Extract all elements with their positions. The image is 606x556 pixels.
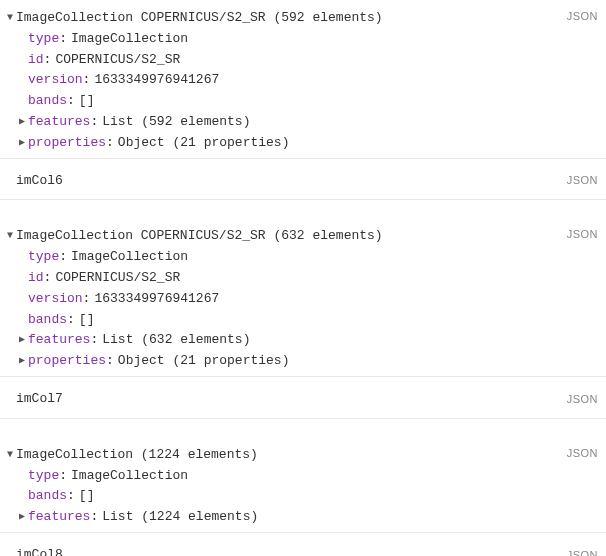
- property-key: bands: [28, 486, 67, 507]
- colon: :: [59, 29, 67, 50]
- spacer: [0, 419, 606, 437]
- property-row: bands:[]: [28, 91, 606, 112]
- colon: :: [83, 70, 91, 91]
- property-key: bands: [28, 91, 67, 112]
- property-row: version:1633349976941267: [28, 70, 606, 91]
- property-row[interactable]: ▶properties:Object (21 properties): [28, 133, 606, 154]
- variable-name: imCol6: [16, 171, 557, 192]
- colon: :: [90, 330, 98, 351]
- property-key: type: [28, 29, 59, 50]
- expand-right-icon[interactable]: ▶: [16, 112, 28, 131]
- json-link[interactable]: JSON: [557, 391, 598, 409]
- property-key: type: [28, 466, 59, 487]
- property-value: Object (21 properties): [118, 133, 290, 154]
- property-key: id: [28, 268, 44, 289]
- property-row: bands:[]: [28, 310, 606, 331]
- colon: :: [44, 50, 52, 71]
- property-value: []: [79, 486, 95, 507]
- expand-right-icon[interactable]: ▶: [16, 351, 28, 370]
- collection-title[interactable]: ImageCollection COPERNICUS/S2_SR (632 el…: [16, 228, 383, 243]
- property-row[interactable]: ▶features:List (632 elements): [28, 330, 606, 351]
- expand-right-icon[interactable]: ▶: [16, 133, 28, 152]
- colon: :: [106, 351, 114, 372]
- json-link[interactable]: JSON: [557, 8, 598, 26]
- json-link[interactable]: JSON: [557, 547, 598, 556]
- property-row[interactable]: ▶properties:Object (21 properties): [28, 351, 606, 372]
- property-row: type:ImageCollection: [28, 29, 606, 50]
- expand-right-icon[interactable]: ▶: [16, 507, 28, 526]
- colon: :: [83, 289, 91, 310]
- property-row: type:ImageCollection: [28, 247, 606, 268]
- property-value: []: [79, 310, 95, 331]
- colon: :: [67, 91, 75, 112]
- property-row: id:COPERNICUS/S2_SR: [28, 268, 606, 289]
- property-row: version:1633349976941267: [28, 289, 606, 310]
- property-value: List (1224 elements): [102, 507, 258, 528]
- property-row: type:ImageCollection: [28, 466, 606, 487]
- property-value: []: [79, 91, 95, 112]
- property-value: List (632 elements): [102, 330, 250, 351]
- property-value: ImageCollection: [71, 466, 188, 487]
- property-value: ImageCollection: [71, 247, 188, 268]
- collection-title[interactable]: ImageCollection COPERNICUS/S2_SR (592 el…: [16, 10, 383, 25]
- colon: :: [90, 112, 98, 133]
- colon: :: [44, 268, 52, 289]
- property-row[interactable]: ▶features:List (592 elements): [28, 112, 606, 133]
- property-key: properties: [28, 133, 106, 154]
- expand-toggle-icon[interactable]: ▼: [4, 226, 16, 245]
- colon: :: [59, 466, 67, 487]
- spacer: [0, 200, 606, 218]
- expand-right-icon[interactable]: ▶: [16, 330, 28, 349]
- property-value: List (592 elements): [102, 112, 250, 133]
- property-key: id: [28, 50, 44, 71]
- property-value: 1633349976941267: [94, 70, 219, 91]
- property-value: COPERNICUS/S2_SR: [55, 268, 180, 289]
- variable-name: imCol8: [16, 545, 557, 556]
- colon: :: [90, 507, 98, 528]
- variable-name: imCol7: [16, 389, 557, 410]
- property-value: Object (21 properties): [118, 351, 290, 372]
- collection-title[interactable]: ImageCollection (1224 elements): [16, 447, 258, 462]
- property-value: 1633349976941267: [94, 289, 219, 310]
- property-value: ImageCollection: [71, 29, 188, 50]
- property-row: bands:[]: [28, 486, 606, 507]
- property-key: features: [28, 507, 90, 528]
- colon: :: [59, 247, 67, 268]
- property-key: properties: [28, 351, 106, 372]
- property-row: id:COPERNICUS/S2_SR: [28, 50, 606, 71]
- colon: :: [67, 310, 75, 331]
- property-key: type: [28, 247, 59, 268]
- json-link[interactable]: JSON: [557, 226, 598, 244]
- json-link[interactable]: JSON: [557, 172, 598, 190]
- expand-toggle-icon[interactable]: ▼: [4, 8, 16, 27]
- property-key: version: [28, 289, 83, 310]
- colon: :: [67, 486, 75, 507]
- property-key: features: [28, 112, 90, 133]
- property-value: COPERNICUS/S2_SR: [55, 50, 180, 71]
- property-row[interactable]: ▶features:List (1224 elements): [28, 507, 606, 528]
- expand-toggle-icon[interactable]: ▼: [4, 445, 16, 464]
- json-link[interactable]: JSON: [557, 445, 598, 463]
- property-key: version: [28, 70, 83, 91]
- property-key: bands: [28, 310, 67, 331]
- property-key: features: [28, 330, 90, 351]
- colon: :: [106, 133, 114, 154]
